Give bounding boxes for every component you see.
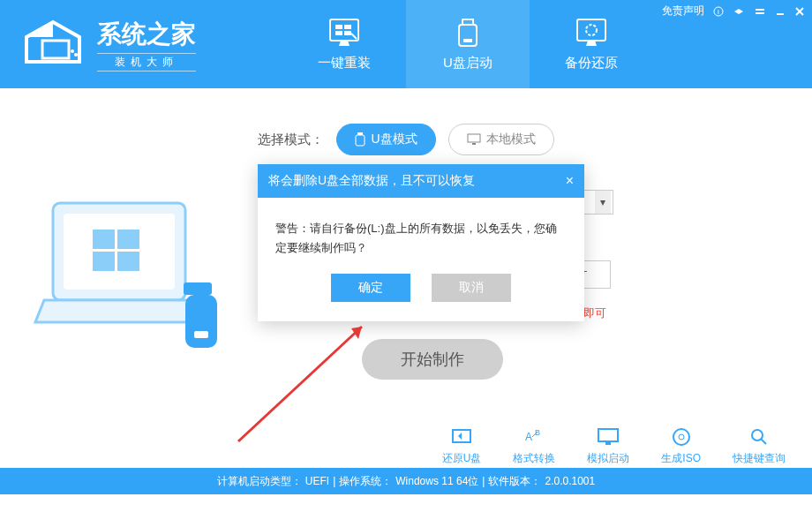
tool-shortcut-label: 快捷键查询	[733, 451, 786, 466]
svg-point-39	[673, 429, 689, 445]
usb-mode-button[interactable]: U盘模式	[336, 124, 435, 155]
tool-iso-label: 生成ISO	[661, 451, 701, 466]
monitor-small-icon	[467, 133, 481, 146]
svg-text:B: B	[535, 428, 540, 437]
svg-line-32	[238, 327, 362, 441]
svg-rect-17	[756, 12, 764, 14]
svg-rect-16	[756, 9, 764, 11]
settings-icon[interactable]	[754, 6, 766, 17]
svg-rect-12	[577, 19, 605, 41]
svg-point-1	[71, 49, 74, 53]
svg-point-3	[78, 56, 81, 60]
nav-usb-boot-label: U盘启动	[443, 55, 492, 72]
sep2: |	[482, 475, 485, 487]
iso-icon	[669, 426, 694, 448]
svg-rect-28	[117, 252, 139, 271]
main-nav: 一键重装 U盘启动 备份还原	[282, 0, 653, 88]
tool-format-label: 格式转换	[513, 451, 555, 466]
annotation-arrow	[229, 309, 388, 450]
svg-rect-6	[344, 25, 351, 29]
nav-usb-boot[interactable]: U盘启动	[406, 0, 530, 88]
svg-text:A: A	[525, 431, 532, 443]
modal-title: 将会删除U盘全部数据，且不可以恢复	[268, 173, 475, 189]
svg-rect-0	[42, 41, 69, 58]
svg-text:i: i	[718, 8, 719, 16]
usb-icon	[450, 18, 485, 49]
cancel-label: 取消	[459, 280, 484, 296]
tool-simulate-boot[interactable]: 模拟启动	[587, 426, 629, 466]
svg-rect-27	[93, 252, 115, 271]
tool-restore-usb[interactable]: 还原U盘	[442, 426, 482, 466]
modal-footer: 确定 取消	[258, 274, 584, 321]
reinstall-icon	[327, 18, 362, 49]
nav-backup[interactable]: 备份还原	[530, 0, 653, 88]
sep1: |	[333, 475, 335, 487]
nav-backup-label: 备份还原	[565, 55, 618, 72]
confirm-label: 确定	[358, 280, 383, 296]
svg-rect-22	[472, 143, 476, 145]
mode-selector: 选择模式： U盘模式 本地模式	[0, 88, 812, 155]
svg-marker-33	[351, 327, 362, 339]
info-icon[interactable]: i	[713, 6, 724, 17]
dropdown-arrow-icon: ▾	[595, 191, 611, 214]
boot-type-value: UEFI	[305, 475, 329, 487]
svg-point-40	[679, 434, 684, 440]
main-area: 选择模式： U盘模式 本地模式 ) 26.91GB ▾ exFAT 认配置即可 …	[0, 88, 812, 468]
app-header: 系统之家 装机大师 一键重装 U盘启动 备份还原 免责声明 i	[0, 0, 812, 88]
cancel-button[interactable]: 取消	[432, 274, 511, 302]
boot-type-label: 计算机启动类型：	[217, 474, 302, 489]
format-icon: AB	[522, 426, 546, 448]
os-label: 操作系统：	[339, 474, 392, 489]
svg-rect-5	[335, 25, 342, 29]
status-bar: 计算机启动类型： UEFI | 操作系统： Windows 11 64位 | 软…	[0, 468, 812, 494]
app-logo-icon	[18, 18, 88, 71]
simulate-icon	[596, 426, 620, 448]
nav-reinstall-label: 一键重装	[318, 55, 371, 72]
svg-rect-26	[117, 230, 139, 249]
start-btn-label: 开始制作	[401, 349, 464, 370]
svg-rect-11	[463, 39, 472, 42]
svg-rect-8	[344, 31, 351, 35]
svg-rect-21	[468, 134, 480, 142]
version-label: 软件版本：	[488, 474, 541, 489]
logo-subtitle: 装机大师	[97, 53, 196, 72]
start-create-button[interactable]: 开始制作	[362, 339, 503, 380]
tool-generate-iso[interactable]: 生成ISO	[661, 426, 701, 466]
restore-usb-icon	[449, 426, 474, 448]
logo-area: 系统之家 装机大师	[0, 18, 196, 72]
minimize-icon[interactable]	[775, 6, 786, 17]
svg-rect-38	[605, 442, 611, 445]
disclaimer-link[interactable]: 免责声明	[662, 4, 704, 19]
svg-rect-20	[356, 135, 365, 146]
tool-restore-label: 还原U盘	[442, 451, 482, 466]
svg-rect-10	[459, 25, 477, 46]
confirm-modal: 将会删除U盘全部数据，且不可以恢复 × 警告：请自行备份(L:)盘上的所有数据，…	[258, 164, 584, 321]
hat-icon[interactable]	[733, 6, 745, 17]
os-value: Windows 11 64位	[395, 474, 478, 489]
svg-rect-18	[777, 13, 784, 15]
usb-small-icon	[355, 132, 365, 147]
nav-reinstall[interactable]: 一键重装	[282, 0, 406, 88]
local-mode-label: 本地模式	[486, 132, 536, 147]
svg-rect-37	[598, 429, 618, 441]
svg-line-42	[761, 439, 766, 444]
backup-icon	[574, 18, 609, 49]
svg-rect-29	[184, 282, 212, 295]
tool-shortcut-query[interactable]: 快捷键查询	[733, 426, 786, 466]
svg-point-2	[74, 53, 78, 56]
version-value: 2.0.0.1001	[545, 475, 595, 487]
svg-rect-31	[194, 331, 208, 338]
tool-format-convert[interactable]: AB 格式转换	[513, 426, 555, 466]
svg-rect-7	[335, 31, 342, 35]
local-mode-button[interactable]: 本地模式	[448, 124, 554, 155]
modal-header: 将会删除U盘全部数据，且不可以恢复 ×	[258, 164, 584, 198]
confirm-button[interactable]: 确定	[331, 274, 410, 302]
close-icon[interactable]	[794, 6, 805, 17]
svg-rect-30	[185, 295, 217, 348]
svg-point-13	[586, 25, 597, 35]
shortcut-icon	[747, 426, 771, 448]
tool-simulate-label: 模拟启动	[587, 451, 629, 466]
modal-body: 警告：请自行备份(L:)盘上的所有数据，以免丢失，您确定要继续制作吗？	[258, 198, 584, 274]
modal-close-icon[interactable]: ×	[566, 173, 574, 189]
bottom-toolbar: 还原U盘 AB 格式转换 模拟启动 生成ISO 快捷键查询	[442, 426, 786, 466]
